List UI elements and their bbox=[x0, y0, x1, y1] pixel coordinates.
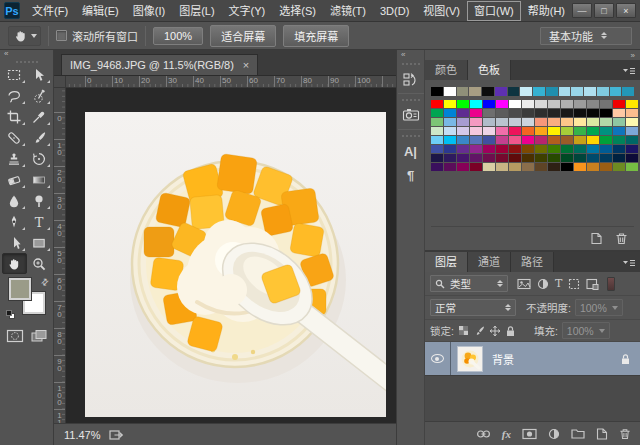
recent-color-swatch[interactable] bbox=[610, 87, 622, 96]
color-swatch[interactable] bbox=[431, 154, 443, 162]
color-swatch[interactable] bbox=[626, 109, 638, 117]
color-swatch[interactable] bbox=[509, 136, 521, 144]
color-swatch[interactable] bbox=[470, 145, 482, 153]
delete-swatch-button[interactable] bbox=[615, 232, 628, 245]
color-swatch[interactable] bbox=[600, 136, 612, 144]
icon-strip-collapse-button[interactable]: « bbox=[397, 50, 424, 60]
recent-color-swatch[interactable] bbox=[508, 87, 520, 96]
tab-color[interactable]: 颜色 bbox=[425, 60, 468, 80]
move-tool[interactable] bbox=[27, 64, 52, 85]
color-swatch[interactable] bbox=[574, 154, 586, 162]
color-swatch[interactable] bbox=[483, 109, 495, 117]
menu-item-image[interactable]: 图像(I) bbox=[126, 1, 172, 21]
clone-stamp-tool[interactable] bbox=[2, 148, 27, 169]
layer-filter-type-select[interactable]: 类型 bbox=[430, 275, 508, 292]
color-swatch[interactable] bbox=[548, 109, 560, 117]
color-swatch[interactable] bbox=[496, 118, 508, 126]
color-swatch[interactable] bbox=[535, 109, 547, 117]
color-swatch[interactable] bbox=[444, 109, 456, 117]
menu-item-3d[interactable]: 3D(D) bbox=[373, 1, 416, 21]
color-swatch[interactable] bbox=[483, 145, 495, 153]
zoom-100-button[interactable]: 100% bbox=[153, 27, 203, 45]
color-swatch[interactable] bbox=[509, 100, 521, 108]
layer-thumbnail[interactable] bbox=[457, 346, 483, 372]
menu-item-edit[interactable]: 编辑(E) bbox=[75, 1, 126, 21]
color-swatch[interactable] bbox=[496, 163, 508, 171]
color-swatch[interactable] bbox=[626, 127, 638, 135]
color-swatch[interactable] bbox=[522, 127, 534, 135]
screen-mode-button[interactable] bbox=[30, 329, 48, 343]
color-swatch[interactable] bbox=[444, 154, 456, 162]
toolbar-collapse-button[interactable]: « bbox=[0, 50, 53, 59]
character-panel-icon[interactable]: A| bbox=[399, 139, 423, 163]
recent-color-swatch[interactable] bbox=[546, 87, 558, 96]
brush-tool[interactable] bbox=[27, 127, 52, 148]
blur-tool[interactable] bbox=[2, 190, 27, 211]
color-swatch[interactable] bbox=[444, 100, 456, 108]
current-tool-preset[interactable] bbox=[8, 26, 41, 46]
color-swatch[interactable] bbox=[535, 100, 547, 108]
color-swatch[interactable] bbox=[496, 154, 508, 162]
color-swatch[interactable] bbox=[561, 136, 573, 144]
color-swatch[interactable] bbox=[470, 127, 482, 135]
color-swatch[interactable] bbox=[561, 118, 573, 126]
pen-tool[interactable] bbox=[2, 211, 27, 232]
canvas-area[interactable]: 0102030405060708090100 01020304050607080… bbox=[54, 76, 396, 423]
path-selection-tool[interactable] bbox=[2, 232, 27, 253]
layer-row-background[interactable]: 背景 bbox=[425, 342, 640, 376]
color-swatch[interactable] bbox=[548, 118, 560, 126]
menu-item-type[interactable]: 文字(Y) bbox=[222, 1, 273, 21]
color-swatch[interactable] bbox=[496, 145, 508, 153]
spot-healing-brush-tool[interactable] bbox=[2, 127, 27, 148]
recent-color-swatch[interactable] bbox=[444, 87, 456, 96]
color-swatch[interactable] bbox=[535, 154, 547, 162]
canvas-image[interactable] bbox=[85, 112, 386, 417]
close-button[interactable]: × bbox=[616, 3, 636, 18]
panel-group-grip[interactable] bbox=[402, 135, 420, 137]
color-swatch[interactable] bbox=[587, 136, 599, 144]
lock-paint-icon[interactable] bbox=[473, 325, 485, 337]
color-swatch[interactable] bbox=[613, 127, 625, 135]
crop-tool[interactable] bbox=[2, 106, 27, 127]
color-swatch[interactable] bbox=[444, 136, 456, 144]
color-swatch[interactable] bbox=[600, 100, 612, 108]
color-swatch[interactable] bbox=[522, 163, 534, 171]
maximize-button[interactable]: □ bbox=[594, 3, 614, 18]
dodge-tool[interactable] bbox=[27, 190, 52, 211]
color-swatch[interactable] bbox=[626, 118, 638, 126]
eyedropper-tool[interactable] bbox=[27, 106, 52, 127]
panel-menu-icon[interactable] bbox=[622, 259, 636, 268]
scroll-all-windows-option[interactable]: 滚动所有窗口 bbox=[56, 28, 138, 44]
toolbar-grip[interactable] bbox=[16, 61, 38, 63]
menu-item-layer[interactable]: 图层(L) bbox=[172, 1, 221, 21]
color-swatch[interactable] bbox=[470, 118, 482, 126]
color-swatch[interactable] bbox=[457, 109, 469, 117]
document-tab[interactable]: IMG_9468.JPG @ 11.5%(RGB/8) × bbox=[61, 54, 258, 75]
recent-color-swatch[interactable] bbox=[597, 87, 609, 96]
color-swatch[interactable] bbox=[483, 118, 495, 126]
color-swatch[interactable] bbox=[457, 163, 469, 171]
color-swatch[interactable] bbox=[574, 100, 586, 108]
hand-tool[interactable] bbox=[2, 253, 27, 274]
color-swatch[interactable] bbox=[509, 163, 521, 171]
filter-smart-objects-icon[interactable] bbox=[586, 278, 599, 290]
color-swatch[interactable] bbox=[600, 109, 612, 117]
color-swatch[interactable] bbox=[561, 109, 573, 117]
color-swatch[interactable] bbox=[470, 154, 482, 162]
color-swatch[interactable] bbox=[431, 100, 443, 108]
color-swatch[interactable] bbox=[587, 127, 599, 135]
menu-item-window[interactable]: 窗口(W) bbox=[467, 1, 521, 21]
color-swatch[interactable] bbox=[561, 100, 573, 108]
color-swatch[interactable] bbox=[509, 118, 521, 126]
blend-mode-select[interactable]: 正常 bbox=[430, 299, 516, 316]
color-swatch[interactable] bbox=[626, 163, 638, 171]
lock-all-icon[interactable] bbox=[505, 325, 516, 337]
color-swatch[interactable] bbox=[496, 109, 508, 117]
color-swatch[interactable] bbox=[483, 154, 495, 162]
layer-visibility-toggle[interactable] bbox=[425, 342, 451, 375]
color-swatch[interactable] bbox=[587, 163, 599, 171]
color-swatch[interactable] bbox=[613, 163, 625, 171]
color-swatch[interactable] bbox=[483, 127, 495, 135]
color-swatch[interactable] bbox=[548, 136, 560, 144]
fit-screen-button[interactable]: 适合屏幕 bbox=[210, 25, 276, 47]
